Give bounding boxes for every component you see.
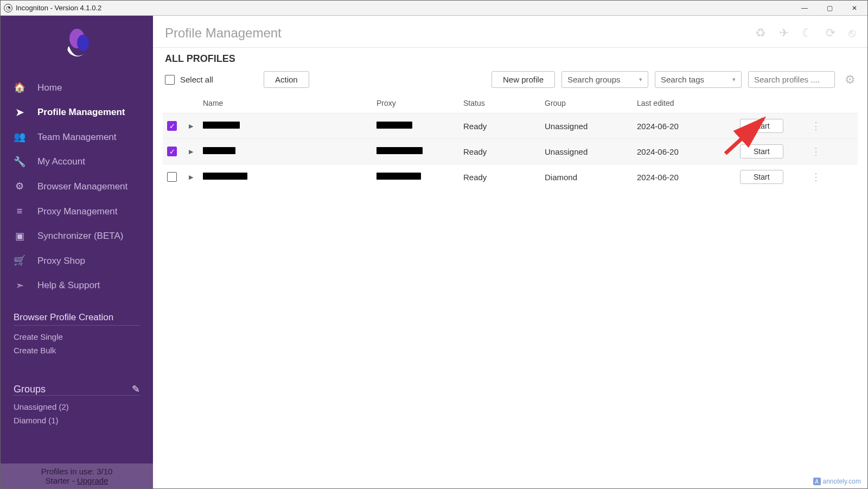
edit-groups-icon[interactable]: ✎ (132, 383, 140, 395)
titlebar: ◔ Incogniton - Version 4.1.0.2 — ▢ ✕ (1, 1, 867, 16)
groups-section: Groups ✎ Unassigned (2) Diamond (1) (1, 369, 153, 427)
plan-label: Starter - (46, 476, 77, 485)
nav-label: Browser Management (37, 181, 127, 192)
dropdown-label: Search groups (567, 75, 621, 84)
main-content: Profile Management ♻ ✈ ☾ ⟳ ⎋ ALL PROFILE… (153, 16, 867, 488)
settings-gear-icon[interactable]: ⚙ (845, 73, 856, 87)
last-edited-cell: 2024-06-20 (637, 122, 740, 131)
subtitle: ALL PROFILES (165, 53, 856, 65)
group-cell: Diamond (545, 173, 637, 182)
row-checkbox[interactable]: ✓ (167, 147, 177, 156)
search-profiles-input[interactable] (748, 71, 835, 88)
upgrade-link[interactable]: Upgrade (77, 476, 108, 485)
group-unassigned[interactable]: Unassigned (2) (14, 400, 140, 414)
logout-icon[interactable]: ⎋ (848, 26, 856, 40)
watermark-icon: A (813, 478, 821, 485)
watermark: A annotely.com (813, 478, 861, 485)
nav-label: Team Management (37, 132, 117, 143)
server-icon: ≡ (14, 206, 25, 218)
proxy-redacted (376, 122, 412, 129)
logo (1, 16, 153, 75)
new-profile-button[interactable]: New profile (492, 71, 555, 88)
search-tags-dropdown[interactable]: Search tags▾ (655, 71, 742, 88)
groups-header-label: Groups (14, 384, 46, 395)
group-cell: Unassigned (545, 147, 637, 156)
table-row: ✓▶ReadyUnassigned2024-06-20Start⋮ (163, 113, 858, 138)
create-single-link[interactable]: Create Single (14, 330, 140, 344)
nav-label: Home (37, 82, 62, 93)
window-title: Incogniton - Version 4.1.0.2 (16, 4, 101, 12)
nav-label: Proxy Management (37, 206, 117, 217)
nav-my-account[interactable]: 🔧My Account (1, 150, 153, 175)
start-button[interactable]: Start (740, 170, 783, 184)
team-icon: 👥 (14, 131, 25, 143)
refresh-icon[interactable]: ⟳ (826, 26, 835, 40)
table-row: ▶ReadyDiamond2024-06-20Start⋮ (163, 164, 858, 189)
browser-profile-creation-section: Browser Profile Creation Create Single C… (1, 312, 153, 357)
profile-name-redacted (203, 122, 240, 129)
last-edited-cell: 2024-06-20 (637, 173, 740, 182)
nav-label: Profile Management (37, 107, 125, 118)
col-status: Status (463, 99, 545, 107)
row-menu-icon[interactable]: ⋮ (805, 171, 827, 183)
nav-label: Synchronizer (BETA) (37, 231, 123, 242)
page-title: Profile Management (165, 26, 282, 41)
gear-icon: ⚙ (14, 181, 25, 193)
col-last-edited: Last edited (637, 99, 740, 107)
expand-toggle[interactable]: ▶ (189, 148, 203, 155)
col-name: Name (203, 99, 376, 107)
select-all-checkbox[interactable] (165, 75, 175, 85)
nav-proxy-management[interactable]: ≡Proxy Management (1, 199, 153, 224)
status-cell: Ready (463, 147, 545, 156)
sidebar-footer: Profiles in use: 3/10 Starter - Upgrade (1, 463, 153, 488)
nav-browser-management[interactable]: ⚙Browser Management (1, 174, 153, 199)
nav-label: My Account (37, 156, 85, 167)
nav-home[interactable]: 🏠Home (1, 75, 153, 100)
profiles-table: Name Proxy Status Group Last edited ✓▶Re… (153, 93, 867, 488)
watermark-text: annotely.com (823, 478, 861, 485)
chevron-down-icon: ▾ (732, 76, 736, 83)
proxy-redacted (376, 173, 421, 180)
dropdown-label: Search tags (661, 75, 704, 84)
nav-label: Help & Support (37, 280, 100, 291)
nav-label: Proxy Shop (37, 256, 85, 266)
action-button[interactable]: Action (264, 71, 309, 88)
cursor-icon: ➤ (14, 107, 25, 119)
maximize-button[interactable]: ▢ (825, 4, 834, 12)
row-menu-icon[interactable]: ⋮ (805, 145, 827, 157)
close-button[interactable]: ✕ (850, 4, 859, 12)
select-all-label: Select all (180, 75, 213, 84)
nav-team-management[interactable]: 👥Team Management (1, 125, 153, 150)
moon-icon[interactable]: ☾ (802, 26, 813, 40)
last-edited-cell: 2024-06-20 (637, 147, 740, 156)
row-menu-icon[interactable]: ⋮ (805, 120, 827, 132)
arrow-icon: ➣ (14, 280, 25, 292)
recycle-icon[interactable]: ♻ (755, 26, 766, 40)
row-checkbox[interactable]: ✓ (167, 121, 177, 131)
send-icon[interactable]: ✈ (779, 26, 789, 40)
group-diamond[interactable]: Diamond (1) (14, 414, 140, 427)
minimize-button[interactable]: — (800, 4, 809, 12)
start-button[interactable]: Start (740, 119, 783, 133)
section-header: Browser Profile Creation (14, 312, 140, 323)
proxy-redacted (376, 147, 423, 154)
expand-toggle[interactable]: ▶ (189, 174, 203, 181)
table-row: ✓▶ReadyUnassigned2024-06-20Start⋮ (163, 138, 858, 164)
col-proxy: Proxy (376, 99, 463, 107)
group-cell: Unassigned (545, 122, 637, 131)
profile-name-redacted (203, 147, 235, 154)
expand-toggle[interactable]: ▶ (189, 123, 203, 130)
search-groups-dropdown[interactable]: Search groups▾ (561, 71, 648, 88)
nav-help-support[interactable]: ➣Help & Support (1, 274, 153, 299)
nav-proxy-shop[interactable]: 🛒Proxy Shop (1, 249, 153, 274)
start-button[interactable]: Start (740, 144, 783, 158)
home-icon: 🏠 (14, 82, 25, 94)
create-bulk-link[interactable]: Create Bulk (14, 344, 140, 357)
profiles-in-use: Profiles in use: 3/10 (1, 467, 153, 476)
sync-icon: ▣ (14, 231, 25, 243)
status-cell: Ready (463, 122, 545, 131)
nav-profile-management[interactable]: ➤Profile Management (1, 100, 153, 125)
sidebar: 🏠Home ➤Profile Management 👥Team Manageme… (1, 16, 153, 488)
row-checkbox[interactable] (167, 172, 177, 182)
nav-synchronizer[interactable]: ▣Synchronizer (BETA) (1, 224, 153, 249)
